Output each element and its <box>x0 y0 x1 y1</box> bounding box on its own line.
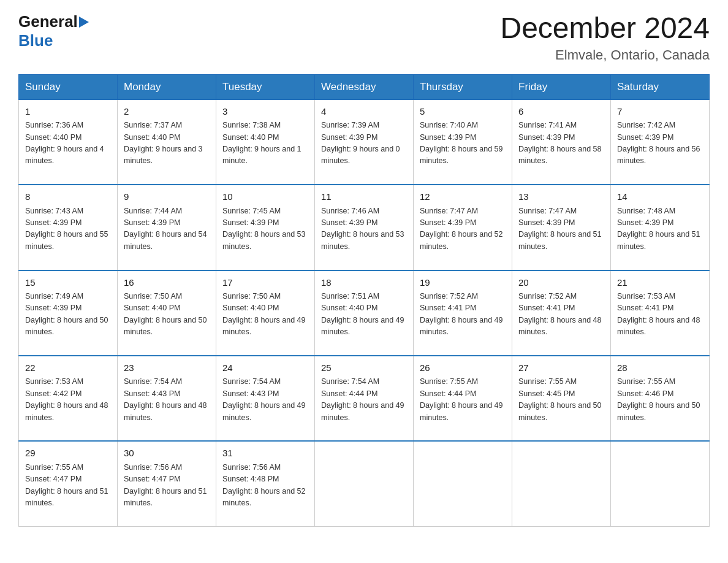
day-info: Sunrise: 7:49 AMSunset: 4:39 PMDaylight:… <box>25 291 111 350</box>
day-number: 2 <box>124 105 210 119</box>
day-cell-4: 4 Sunrise: 7:39 AMSunset: 4:39 PMDayligh… <box>315 99 414 185</box>
day-cell-3: 3 Sunrise: 7:38 AMSunset: 4:40 PMDayligh… <box>216 99 315 185</box>
day-info: Sunrise: 7:54 AMSunset: 4:43 PMDaylight:… <box>222 376 308 435</box>
day-info: Sunrise: 7:36 AMSunset: 4:40 PMDaylight:… <box>25 120 111 179</box>
day-info: Sunrise: 7:43 AMSunset: 4:39 PMDaylight:… <box>25 205 111 265</box>
day-cell-26: 26 Sunrise: 7:55 AMSunset: 4:44 PMDaylig… <box>414 356 512 441</box>
day-info: Sunrise: 7:53 AMSunset: 4:42 PMDaylight:… <box>25 376 111 435</box>
header-row: Sunday Monday Tuesday Wednesday Thursday… <box>19 74 710 99</box>
day-info: Sunrise: 7:44 AMSunset: 4:39 PMDaylight:… <box>124 205 210 265</box>
day-info: Sunrise: 7:56 AMSunset: 4:48 PMDaylight:… <box>222 462 308 521</box>
day-info: Sunrise: 7:55 AMSunset: 4:46 PMDaylight:… <box>617 376 703 435</box>
day-cell-7: 7 Sunrise: 7:42 AMSunset: 4:39 PMDayligh… <box>611 99 710 185</box>
day-info: Sunrise: 7:40 AMSunset: 4:39 PMDaylight:… <box>420 120 506 179</box>
day-number: 26 <box>420 361 506 375</box>
day-number: 29 <box>25 446 111 461</box>
day-number: 23 <box>124 361 210 375</box>
day-cell-21: 21 Sunrise: 7:53 AMSunset: 4:41 PMDaylig… <box>611 270 710 356</box>
logo-arrow-icon <box>79 17 89 28</box>
day-number: 11 <box>321 190 407 204</box>
title-section: December 2024 Elmvale, Ontario, Canada <box>500 12 710 63</box>
day-cell-27: 27 Sunrise: 7:55 AMSunset: 4:45 PMDaylig… <box>512 356 611 441</box>
day-cell-19: 19 Sunrise: 7:52 AMSunset: 4:41 PMDaylig… <box>414 270 512 356</box>
day-cell-8: 8 Sunrise: 7:43 AMSunset: 4:39 PMDayligh… <box>19 185 118 270</box>
day-number: 15 <box>25 276 111 290</box>
day-number: 14 <box>617 190 703 204</box>
day-number: 7 <box>617 105 703 119</box>
calendar-table: Sunday Monday Tuesday Wednesday Thursday… <box>18 74 710 527</box>
day-info: Sunrise: 7:51 AMSunset: 4:40 PMDaylight:… <box>321 291 407 350</box>
day-number: 6 <box>518 105 604 119</box>
day-info: Sunrise: 7:37 AMSunset: 4:40 PMDaylight:… <box>124 120 210 179</box>
page-header: General Blue December 2024 Elmvale, Onta… <box>18 12 710 63</box>
day-cell-1: 1 Sunrise: 7:36 AMSunset: 4:40 PMDayligh… <box>19 99 118 185</box>
day-number: 10 <box>222 190 308 204</box>
day-number: 30 <box>124 446 210 461</box>
day-cell-13: 13 Sunrise: 7:47 AMSunset: 4:39 PMDaylig… <box>512 185 611 270</box>
day-cell-23: 23 Sunrise: 7:54 AMSunset: 4:43 PMDaylig… <box>118 356 216 441</box>
header-friday: Friday <box>512 74 611 99</box>
day-info: Sunrise: 7:55 AMSunset: 4:45 PMDaylight:… <box>518 376 604 435</box>
day-cell-17: 17 Sunrise: 7:50 AMSunset: 4:40 PMDaylig… <box>216 270 315 356</box>
week-row-1: 1 Sunrise: 7:36 AMSunset: 4:40 PMDayligh… <box>19 99 710 185</box>
day-cell-2: 2 Sunrise: 7:37 AMSunset: 4:40 PMDayligh… <box>118 99 216 185</box>
day-info: Sunrise: 7:50 AMSunset: 4:40 PMDaylight:… <box>222 291 308 350</box>
day-number: 9 <box>124 190 210 204</box>
header-thursday: Thursday <box>414 74 512 99</box>
day-cell-25: 25 Sunrise: 7:54 AMSunset: 4:44 PMDaylig… <box>315 356 414 441</box>
day-info: Sunrise: 7:45 AMSunset: 4:39 PMDaylight:… <box>222 205 308 265</box>
day-cell-28: 28 Sunrise: 7:55 AMSunset: 4:46 PMDaylig… <box>611 356 710 441</box>
day-number: 27 <box>518 361 604 375</box>
day-number: 16 <box>124 276 210 290</box>
day-number: 4 <box>321 105 407 119</box>
day-cell-6: 6 Sunrise: 7:41 AMSunset: 4:39 PMDayligh… <box>512 99 611 185</box>
empty-cell-w4-d4 <box>414 441 512 526</box>
month-title: December 2024 <box>500 12 710 45</box>
day-info: Sunrise: 7:48 AMSunset: 4:39 PMDaylight:… <box>617 205 703 265</box>
day-cell-10: 10 Sunrise: 7:45 AMSunset: 4:39 PMDaylig… <box>216 185 315 270</box>
day-number: 8 <box>25 190 111 204</box>
day-number: 31 <box>222 446 308 461</box>
day-number: 13 <box>518 190 604 204</box>
day-cell-24: 24 Sunrise: 7:54 AMSunset: 4:43 PMDaylig… <box>216 356 315 441</box>
week-row-4: 22 Sunrise: 7:53 AMSunset: 4:42 PMDaylig… <box>19 356 710 441</box>
day-info: Sunrise: 7:50 AMSunset: 4:40 PMDaylight:… <box>124 291 210 350</box>
day-cell-12: 12 Sunrise: 7:47 AMSunset: 4:39 PMDaylig… <box>414 185 512 270</box>
logo-line1: General <box>18 12 89 31</box>
day-cell-29: 29 Sunrise: 7:55 AMSunset: 4:47 PMDaylig… <box>19 441 118 526</box>
empty-cell-w4-d6 <box>611 441 710 526</box>
day-info: Sunrise: 7:47 AMSunset: 4:39 PMDaylight:… <box>420 205 506 265</box>
day-info: Sunrise: 7:54 AMSunset: 4:44 PMDaylight:… <box>321 376 407 435</box>
day-number: 5 <box>420 105 506 119</box>
day-cell-16: 16 Sunrise: 7:50 AMSunset: 4:40 PMDaylig… <box>118 270 216 356</box>
logo-blue-text: Blue <box>18 31 89 50</box>
day-number: 12 <box>420 190 506 204</box>
day-number: 22 <box>25 361 111 375</box>
header-monday: Monday <box>118 74 216 99</box>
day-cell-15: 15 Sunrise: 7:49 AMSunset: 4:39 PMDaylig… <box>19 270 118 356</box>
day-info: Sunrise: 7:52 AMSunset: 4:41 PMDaylight:… <box>518 291 604 350</box>
day-info: Sunrise: 7:38 AMSunset: 4:40 PMDaylight:… <box>222 120 308 179</box>
day-cell-9: 9 Sunrise: 7:44 AMSunset: 4:39 PMDayligh… <box>118 185 216 270</box>
day-info: Sunrise: 7:41 AMSunset: 4:39 PMDaylight:… <box>518 120 604 179</box>
day-cell-14: 14 Sunrise: 7:48 AMSunset: 4:39 PMDaylig… <box>611 185 710 270</box>
day-cell-11: 11 Sunrise: 7:46 AMSunset: 4:39 PMDaylig… <box>315 185 414 270</box>
week-row-3: 15 Sunrise: 7:49 AMSunset: 4:39 PMDaylig… <box>19 270 710 356</box>
day-number: 28 <box>617 361 703 375</box>
day-info: Sunrise: 7:52 AMSunset: 4:41 PMDaylight:… <box>420 291 506 350</box>
day-number: 20 <box>518 276 604 290</box>
location: Elmvale, Ontario, Canada <box>500 47 710 63</box>
day-info: Sunrise: 7:56 AMSunset: 4:47 PMDaylight:… <box>124 462 210 521</box>
header-sunday: Sunday <box>19 74 118 99</box>
day-info: Sunrise: 7:55 AMSunset: 4:44 PMDaylight:… <box>420 376 506 435</box>
day-number: 18 <box>321 276 407 290</box>
empty-cell-w4-d3 <box>315 441 414 526</box>
day-info: Sunrise: 7:42 AMSunset: 4:39 PMDaylight:… <box>617 120 703 179</box>
day-cell-18: 18 Sunrise: 7:51 AMSunset: 4:40 PMDaylig… <box>315 270 414 356</box>
empty-cell-w4-d5 <box>512 441 611 526</box>
header-saturday: Saturday <box>611 74 710 99</box>
day-number: 21 <box>617 276 703 290</box>
day-cell-5: 5 Sunrise: 7:40 AMSunset: 4:39 PMDayligh… <box>414 99 512 185</box>
day-info: Sunrise: 7:54 AMSunset: 4:43 PMDaylight:… <box>124 376 210 435</box>
day-number: 24 <box>222 361 308 375</box>
